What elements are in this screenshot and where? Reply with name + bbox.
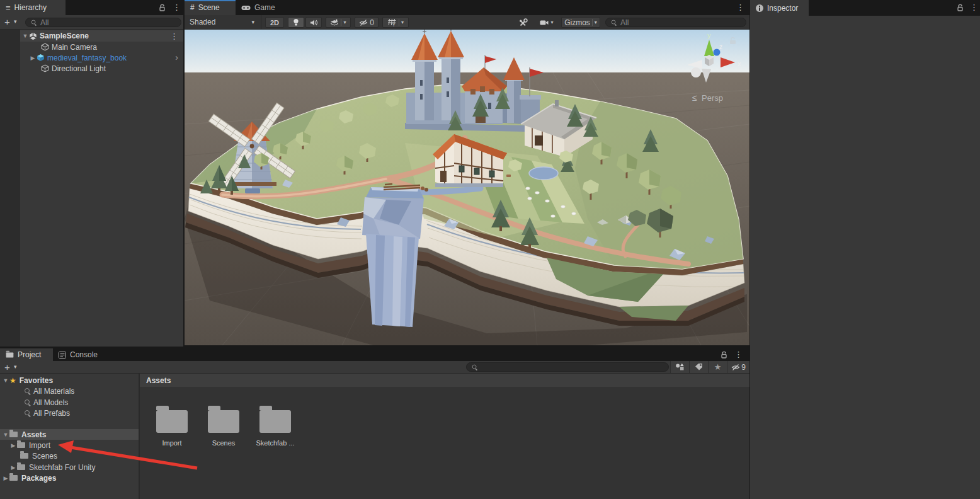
hidden-count: 9 bbox=[741, 363, 746, 372]
project-tree: ▼ ★ Favorites All Materials All Models A… bbox=[0, 374, 139, 499]
star-icon: ★ bbox=[9, 376, 16, 385]
asset-type-filter-icon bbox=[675, 363, 685, 371]
tree-item-all-models[interactable]: All Models bbox=[0, 397, 139, 408]
hierarchy-row-main-camera[interactable]: Main Camera bbox=[20, 42, 183, 52]
tree-item-sketchfab-for-unity[interactable]: ▶ Sketchfab For Unity bbox=[0, 462, 139, 473]
foldout-icon[interactable]: ▼ bbox=[2, 377, 9, 384]
foldout-icon[interactable]: ▼ bbox=[2, 432, 9, 438]
scene-viewport[interactable]: y z x ≤ Persp bbox=[185, 30, 749, 345]
lock-icon[interactable] bbox=[159, 4, 166, 12]
folder-icon bbox=[17, 442, 25, 448]
eye-hidden-icon bbox=[359, 19, 368, 26]
tree-item-label: All Models bbox=[33, 398, 68, 407]
persp-arrow-icon: ≤ bbox=[692, 93, 697, 103]
shading-mode-dropdown[interactable]: Shaded ▾ bbox=[185, 15, 261, 29]
tree-item-scenes[interactable]: Scenes bbox=[0, 450, 139, 461]
tab-inspector[interactable]: Inspector bbox=[750, 0, 809, 16]
persp-label[interactable]: ≤ Persp bbox=[692, 93, 723, 103]
scene-more-icon[interactable]: ⋮ bbox=[736, 3, 744, 11]
tab-console[interactable]: Console bbox=[53, 348, 106, 361]
tools-button[interactable] bbox=[515, 17, 532, 28]
camera-settings-button[interactable]: ▾ bbox=[535, 17, 559, 28]
hierarchy-more-icon[interactable]: ⋮ bbox=[173, 3, 181, 11]
svg-text:Y: Y bbox=[392, 23, 396, 27]
scene-toolbar: Shaded ▾ 2D ▾ 0 Y ▾ ▾ bbox=[185, 15, 749, 30]
tree-item-label: All Prefabs bbox=[33, 409, 70, 418]
grid-visibility-button[interactable]: Y ▾ bbox=[382, 17, 409, 28]
tab-hierarchy[interactable]: ≡ Hierarchy bbox=[0, 0, 66, 15]
packages-label: Packages bbox=[21, 474, 56, 483]
divider bbox=[399, 19, 399, 26]
effects-caret-icon: ▾ bbox=[343, 20, 346, 25]
foldout-icon[interactable]: ▼ bbox=[21, 33, 29, 39]
focus-indicator bbox=[185, 0, 236, 1]
lock-icon[interactable] bbox=[721, 351, 727, 359]
scene-options-icon[interactable]: ⋮ bbox=[170, 32, 178, 40]
tree-item-assets[interactable]: ▼ Assets bbox=[0, 429, 139, 440]
hierarchy-search-input[interactable]: All bbox=[25, 18, 181, 27]
scene-search-input[interactable]: All bbox=[605, 18, 746, 27]
search-icon bbox=[24, 410, 31, 416]
project-toolbar: + ▾ ★ 9 bbox=[0, 361, 749, 374]
favorites-filter-button[interactable]: ★ bbox=[708, 361, 727, 373]
scene-visibility-button[interactable]: 0 bbox=[355, 17, 379, 28]
gizmos-dropdown-button[interactable]: Gizmos ▾ bbox=[561, 17, 600, 28]
prefab-cube-icon bbox=[37, 54, 45, 62]
create-caret-icon[interactable]: ▾ bbox=[14, 18, 17, 25]
hierarchy-search-placeholder: All bbox=[40, 18, 48, 27]
grid-axis-icon: Y bbox=[387, 18, 397, 26]
project-visibility-button[interactable]: 9 bbox=[727, 361, 749, 373]
svg-text:z: z bbox=[719, 43, 722, 50]
toggle-2d-button[interactable]: 2D bbox=[265, 17, 284, 28]
svg-text:Persp: Persp bbox=[702, 93, 723, 103]
foldout-icon[interactable]: ▶ bbox=[2, 475, 9, 481]
search-by-label-button[interactable] bbox=[689, 361, 708, 373]
search-icon bbox=[472, 364, 477, 370]
effects-dropdown-button[interactable]: ▾ bbox=[326, 17, 351, 28]
hierarchy-row-samplescene[interactable]: ▼ SampleScene ⋮ bbox=[20, 30, 183, 42]
create-button[interactable]: + bbox=[4, 362, 10, 372]
asset-tile-label: Sketchfab ... bbox=[250, 439, 300, 447]
project-search-input[interactable] bbox=[466, 362, 669, 372]
search-by-type-button[interactable] bbox=[670, 361, 689, 373]
tree-item-label: Sketchfab For Unity bbox=[29, 463, 95, 472]
console-tab-label: Console bbox=[70, 350, 98, 359]
search-icon bbox=[31, 20, 37, 25]
shading-mode-label: Shaded bbox=[190, 18, 215, 26]
project-more-icon[interactable]: ⋮ bbox=[734, 350, 743, 358]
create-button[interactable]: + bbox=[4, 16, 10, 27]
inspector-tab-label: Inspector bbox=[767, 4, 798, 13]
foldout-icon[interactable]: ▶ bbox=[9, 442, 17, 449]
hierarchy-gutter bbox=[0, 30, 20, 347]
tab-scene[interactable]: # Scene bbox=[185, 0, 236, 15]
gamepad-icon bbox=[241, 5, 251, 11]
lighting-toggle-button[interactable] bbox=[288, 17, 304, 28]
hierarchy-panel: ≡ Hierarchy ⋮ + ▾ All ▼ SampleScene ⋮ Ma… bbox=[0, 0, 183, 347]
tree-item-favorites[interactable]: ▼ ★ Favorites bbox=[0, 375, 139, 386]
hierarchy-tabbar: ≡ Hierarchy ⋮ bbox=[0, 0, 183, 15]
effects-icon bbox=[330, 19, 339, 26]
hierarchy-row-directional-light[interactable]: Directional Light bbox=[20, 63, 183, 74]
hierarchy-row-medieval-fantasy-book[interactable]: ▶ medieval_fantasy_book › bbox=[20, 52, 183, 63]
tag-icon bbox=[695, 363, 703, 371]
create-caret-icon[interactable]: ▾ bbox=[14, 364, 17, 370]
tab-project[interactable]: Project bbox=[0, 348, 53, 361]
expand-chevron-icon[interactable]: › bbox=[175, 52, 178, 62]
tree-item-all-prefabs[interactable]: All Prefabs bbox=[0, 408, 139, 418]
folder-icon bbox=[208, 410, 239, 433]
breadcrumb: Assets bbox=[146, 376, 171, 385]
folder-icon bbox=[20, 453, 28, 459]
tree-item-import[interactable]: ▶ Import bbox=[0, 440, 139, 450]
foldout-icon[interactable]: ▶ bbox=[9, 464, 17, 471]
tree-item-all-materials[interactable]: All Materials bbox=[0, 386, 139, 396]
foldout-icon[interactable]: ▶ bbox=[29, 55, 37, 61]
tree-item-packages[interactable]: ▶ Packages bbox=[0, 473, 139, 483]
inspector-more-icon[interactable]: ⋮ bbox=[970, 3, 978, 11]
lock-icon[interactable] bbox=[957, 4, 964, 12]
hidden-count: 0 bbox=[370, 18, 374, 27]
tab-game[interactable]: Game bbox=[236, 0, 286, 15]
divider bbox=[592, 19, 593, 26]
audio-toggle-button[interactable] bbox=[305, 17, 322, 28]
speaker-icon bbox=[310, 19, 318, 26]
divider bbox=[341, 19, 341, 26]
